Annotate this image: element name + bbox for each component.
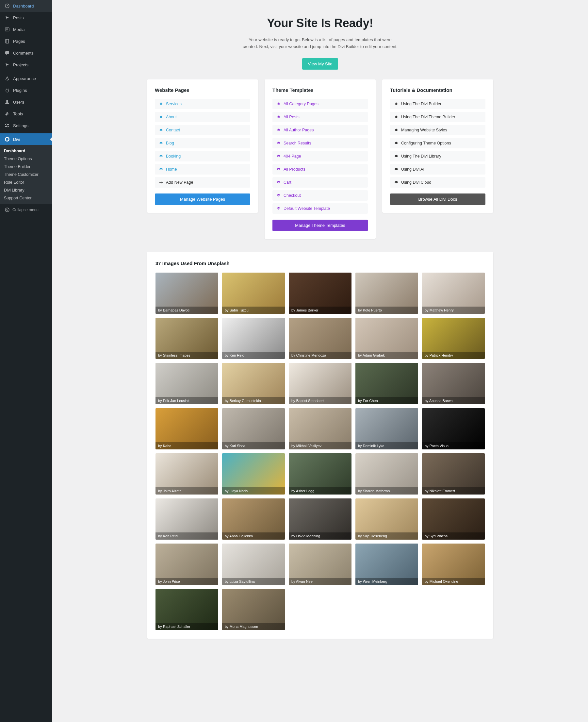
- image-tile[interactable]: by Sharon Mathews: [355, 453, 418, 495]
- submenu-item-support-center[interactable]: Support Center: [0, 194, 52, 202]
- list-item[interactable]: Using The Divi Library: [390, 151, 485, 162]
- list-item[interactable]: Checkout: [272, 190, 368, 201]
- image-tile[interactable]: by Berkay Gumustekin: [222, 363, 285, 404]
- list-item[interactable]: Blog: [155, 138, 250, 148]
- submenu-item-theme-options[interactable]: Theme Options: [0, 155, 52, 163]
- image-tile[interactable]: by Pacto Visual: [422, 408, 485, 449]
- image-tile[interactable]: by John Price: [155, 543, 218, 585]
- image-tile[interactable]: by James Barker: [289, 273, 352, 314]
- list-item[interactable]: Default Website Template: [272, 203, 368, 214]
- list-item[interactable]: Using The Divi Theme Builder: [390, 112, 485, 122]
- list-item[interactable]: All Products: [272, 164, 368, 174]
- submenu-item-theme-customizer[interactable]: Theme Customizer: [0, 171, 52, 179]
- sidebar-item-comments[interactable]: Comments: [0, 47, 52, 59]
- image-tile[interactable]: by Ken Reid: [155, 498, 218, 540]
- image-tile[interactable]: by Mikhail Vasilyev: [289, 408, 352, 449]
- list-item[interactable]: About: [155, 112, 250, 122]
- list-item[interactable]: Using Divi Cloud: [390, 177, 485, 188]
- list-item[interactable]: 404 Page: [272, 151, 368, 162]
- sidebar-item-plugins[interactable]: Plugins: [0, 84, 52, 96]
- sidebar-item-settings[interactable]: Settings: [0, 120, 52, 131]
- sidebar-item-media[interactable]: Media: [0, 23, 52, 35]
- submenu-item-role-editor[interactable]: Role Editor: [0, 179, 52, 186]
- list-item[interactable]: All Category Pages: [272, 99, 368, 109]
- sidebar-item-pages[interactable]: Pages: [0, 35, 52, 47]
- list-item[interactable]: All Posts: [272, 112, 368, 122]
- image-tile[interactable]: by Anusha Barwa: [422, 363, 485, 404]
- image-tile[interactable]: by Kari Shea: [222, 408, 285, 449]
- list-item[interactable]: Managing Website Styles: [390, 125, 485, 135]
- image-grid: by Barnabas Davotiby Sabri Tuzcuby James…: [155, 273, 485, 631]
- image-tile[interactable]: by Adam Grabek: [355, 318, 418, 359]
- list-item[interactable]: Contact: [155, 125, 250, 135]
- image-tile[interactable]: by Ken Reid: [222, 318, 285, 359]
- image-tile[interactable]: by Raphael Schaller: [155, 589, 218, 630]
- collapse-label: Collapse menu: [13, 208, 39, 212]
- image-caption: by Mona Magnussen: [222, 623, 285, 630]
- list-item[interactable]: Cart: [272, 177, 368, 188]
- list-item-label: About: [166, 115, 177, 119]
- sidebar-item-dashboard[interactable]: Dashboard: [0, 0, 52, 12]
- image-caption: by Luiza Sayfullina: [222, 578, 285, 585]
- list-item[interactable]: Booking: [155, 151, 250, 162]
- image-tile[interactable]: by Barnabas Davoti: [155, 273, 218, 314]
- image-tile[interactable]: by Kabo: [155, 408, 218, 449]
- sidebar-item-divi[interactable]: Divi: [0, 133, 52, 145]
- image-tile[interactable]: by Kote Puerto: [355, 273, 418, 314]
- image-tile[interactable]: by Michael Oxendine: [422, 543, 485, 585]
- list-item-label: Checkout: [284, 193, 301, 198]
- appearance-icon: [4, 75, 10, 82]
- image-tile[interactable]: by Asher Legg: [289, 453, 352, 495]
- page-title: Your Site Is Ready!: [59, 16, 582, 30]
- sidebar-item-posts[interactable]: Posts: [0, 12, 52, 23]
- add-new-page-row[interactable]: Add New Page: [155, 177, 250, 188]
- sidebar-item-projects[interactable]: Projects: [0, 59, 52, 70]
- image-tile[interactable]: by Silje Roseneng: [355, 498, 418, 540]
- image-tile[interactable]: by Anna Ogiienko: [222, 498, 285, 540]
- image-tile[interactable]: by Sabri Tuzcu: [222, 273, 285, 314]
- image-tile[interactable]: by Nikolett Emmert: [422, 453, 485, 495]
- image-tile[interactable]: by Wren Meinberg: [355, 543, 418, 585]
- sidebar-item-appearance[interactable]: Appearance: [0, 73, 52, 84]
- submenu-item-dashboard[interactable]: Dashboard: [0, 147, 52, 155]
- image-tile[interactable]: by Syd Wachs: [422, 498, 485, 540]
- sidebar-item-tools[interactable]: Tools: [0, 108, 52, 120]
- image-tile[interactable]: by Matthew Henry: [422, 273, 485, 314]
- image-tile[interactable]: by Erik-Jan Leusink: [155, 363, 218, 404]
- image-tile[interactable]: by For Chen: [355, 363, 418, 404]
- submenu-item-theme-builder[interactable]: Theme Builder: [0, 163, 52, 171]
- browse-docs-button[interactable]: Browse All Divi Docs: [390, 193, 485, 205]
- image-tile[interactable]: by Dominik Lyko: [355, 408, 418, 449]
- submenu-item-divi-library[interactable]: Divi Library: [0, 186, 52, 194]
- image-tile[interactable]: by Lidya Nada: [222, 453, 285, 495]
- list-item[interactable]: Search Results: [272, 138, 368, 148]
- image-caption: by Wren Meinberg: [355, 578, 418, 585]
- list-item[interactable]: Home: [155, 164, 250, 174]
- image-tile[interactable]: by David Manning: [289, 498, 352, 540]
- image-tile[interactable]: by Luiza Sayfullina: [222, 543, 285, 585]
- image-caption: by Patrick Hendry: [422, 352, 485, 359]
- list-item[interactable]: Using Divi AI: [390, 164, 485, 174]
- list-item[interactable]: Using The Divi Builder: [390, 99, 485, 109]
- image-tile[interactable]: by Baptist Standaert: [289, 363, 352, 404]
- image-caption: by Sharon Mathews: [355, 487, 418, 495]
- image-tile[interactable]: by Patrick Hendry: [422, 318, 485, 359]
- view-site-button[interactable]: View My Site: [302, 58, 338, 69]
- image-tile[interactable]: by Stainless Images: [155, 318, 218, 359]
- image-tile[interactable]: by Mona Magnussen: [222, 589, 285, 630]
- image-tile[interactable]: by Alvan Nee: [289, 543, 352, 585]
- manage-pages-button[interactable]: Manage Website Pages: [155, 193, 250, 205]
- svg-point-12: [5, 208, 9, 212]
- image-tile[interactable]: by Christine Mendoza: [289, 318, 352, 359]
- list-item[interactable]: Configuring Theme Options: [390, 138, 485, 148]
- sidebar-item-users[interactable]: Users: [0, 96, 52, 108]
- collapse-menu-button[interactable]: Collapse menu: [0, 204, 52, 216]
- image-tile[interactable]: by Jairo Alzate: [155, 453, 218, 495]
- manage-templates-button[interactable]: Manage Theme Templates: [272, 220, 368, 231]
- image-caption: by Matthew Henry: [422, 307, 485, 314]
- list-item[interactable]: Services: [155, 99, 250, 109]
- card-title: Tutorials & Documentation: [390, 87, 485, 93]
- layers-icon: [276, 193, 281, 198]
- list-item-label: Managing Website Styles: [401, 128, 447, 132]
- list-item[interactable]: All Author Pages: [272, 125, 368, 135]
